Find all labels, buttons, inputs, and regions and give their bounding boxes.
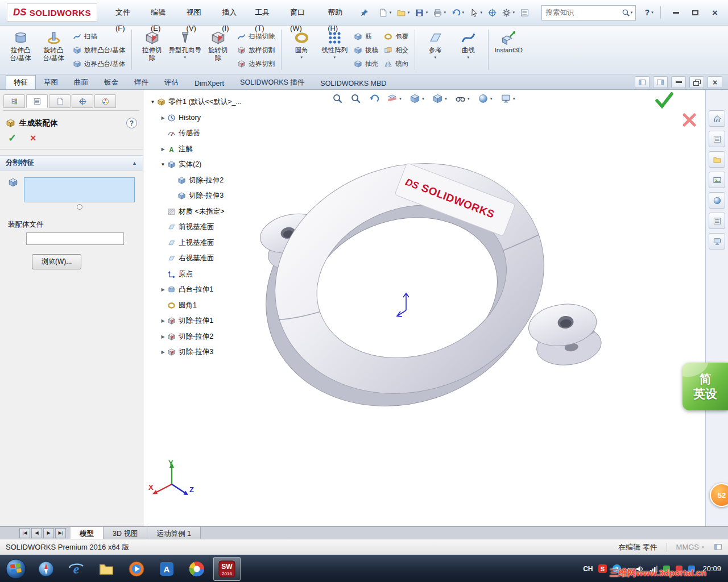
taskbar-solidworks-button[interactable]: SW 2016 (213, 557, 241, 581)
language-indicator[interactable]: CH (583, 565, 593, 573)
tree-item[interactable]: 右视基准面 (148, 251, 262, 267)
assembly-file-input[interactable] (26, 232, 124, 245)
menu-item[interactable]: 编辑(E) (145, 5, 181, 20)
tree-expander-icon[interactable]: ▶ (159, 115, 167, 120)
configuration-manager-tab[interactable] (49, 94, 71, 108)
menu-item[interactable]: 工具(T) (249, 5, 284, 20)
mirror-button[interactable]: 镜向 (382, 59, 410, 69)
view-palette-button[interactable] (709, 172, 725, 188)
taskbar-browser-button[interactable] (32, 557, 60, 581)
close-button[interactable]: × (706, 6, 723, 19)
instant3d-button[interactable]: Instant3D (492, 27, 525, 72)
doc-tab[interactable]: 3D 视图 (104, 527, 147, 539)
tree-item[interactable]: 上视基准面 (148, 235, 262, 251)
tab-scroll-prev-button[interactable]: ◀ (31, 528, 42, 538)
tree-item[interactable]: 材质 <未指定> (148, 204, 262, 220)
tree-item[interactable]: 原点 (148, 267, 262, 282)
sogou-tray-icon[interactable]: S (598, 564, 607, 573)
curves-button[interactable]: 曲线▼ (452, 27, 485, 72)
doc-tab[interactable]: 运动算例 1 (147, 527, 200, 539)
revolve-button[interactable]: 旋转凸 台/基体 (37, 27, 70, 72)
doc-close-button[interactable]: × (708, 76, 722, 88)
search-caret-icon[interactable]: ▼ (630, 11, 634, 14)
shell-button[interactable]: 抽壳 (352, 59, 380, 69)
pin-menu-button[interactable] (360, 9, 369, 17)
tree-item[interactable]: ▶凸台-拉伸1 (148, 282, 262, 298)
save-button[interactable]: ▼ (413, 6, 430, 19)
collapse-chevron-icon[interactable]: ▲ (132, 160, 137, 166)
command-tab[interactable]: 草图 (36, 75, 66, 89)
menu-item[interactable]: 视图(V) (181, 5, 217, 20)
menu-item[interactable]: 帮助(H) (322, 5, 358, 20)
options-button[interactable]: ▼ (500, 6, 517, 19)
feature-manager-tab[interactable] (3, 94, 25, 108)
file-explorer-button[interactable] (709, 151, 725, 168)
split-feature-group-header[interactable]: 分割特征 ▲ (0, 155, 143, 171)
property-manager-tab[interactable] (26, 94, 48, 108)
hole-wizard-button[interactable]: 异型孔向导▼ (168, 27, 201, 72)
tree-item[interactable]: 切除-拉伸3 (148, 188, 262, 204)
command-tab[interactable]: 焊件 (126, 75, 156, 89)
taskbar-ie-button[interactable]: e (63, 557, 90, 581)
graphics-viewport[interactable]: DS SOLIDWORKS ▼零件1 (默认<<默认>_...▶History传… (143, 90, 705, 526)
tree-item[interactable]: ▶切除-拉伸1 (148, 313, 262, 329)
lofted-cut-button[interactable]: 放样切割 (235, 45, 276, 55)
tree-item[interactable]: ▼零件1 (默认<<默认>_... (148, 94, 262, 110)
tree-item[interactable]: 圆角1 (148, 298, 262, 314)
new-document-button[interactable]: ▼ (377, 6, 394, 19)
rib-button[interactable]: 筋 (352, 32, 380, 41)
taskbar-explorer-button[interactable] (93, 557, 120, 581)
reference-geometry-button[interactable]: 参考▼ (419, 27, 452, 72)
tree-expander-icon[interactable]: ▶ (159, 318, 167, 323)
browse-button[interactable]: 浏览(W)... (32, 254, 81, 269)
home-button[interactable] (709, 110, 725, 127)
pm-help-button[interactable]: ? (126, 118, 137, 128)
confirm-ok-button[interactable] (654, 92, 675, 110)
command-tab[interactable]: DimXpert (187, 77, 232, 89)
custom-properties-button[interactable] (709, 213, 725, 229)
tree-expander-icon[interactable]: ▼ (149, 99, 156, 105)
tree-item[interactable]: ▶History (148, 110, 262, 126)
tab-scroll-last-button[interactable]: ▶| (55, 528, 66, 538)
maximize-button[interactable] (687, 6, 704, 19)
wrap-button[interactable]: 包覆 (382, 32, 410, 41)
selection-box-handle[interactable] (77, 204, 82, 210)
tree-item[interactable]: ▶切除-拉伸3 (148, 344, 262, 360)
zoom-area-button[interactable] (349, 92, 362, 105)
command-tab[interactable]: 曲面 (66, 75, 96, 89)
tab-scroll-next-button[interactable]: ▶ (43, 528, 54, 538)
search-icon[interactable] (622, 9, 630, 17)
boundary-button[interactable]: 边界凸台/基体 (71, 59, 127, 69)
command-tab[interactable]: 评估 (156, 75, 187, 89)
taskbar-reader-button[interactable]: A (153, 557, 180, 581)
search-input[interactable] (544, 8, 621, 17)
units-selector[interactable]: MMGS ▼ (676, 543, 705, 551)
appearances-button[interactable]: ▼ (477, 92, 494, 105)
command-tab[interactable]: SOLIDWORKS 插件 (232, 75, 312, 89)
tab-scroll-first-button[interactable]: |◀ (19, 528, 30, 538)
dimxpert-manager-tab[interactable] (72, 94, 93, 108)
tree-expander-icon[interactable]: ▶ (159, 287, 167, 292)
tree-item[interactable]: ▶注解 (148, 142, 262, 157)
boss-extrude-button[interactable]: 拉伸凸 台/基体 (4, 27, 37, 72)
tree-item[interactable]: ▼实体(2) (148, 157, 262, 173)
menu-item[interactable]: 窗口(W) (284, 5, 322, 20)
minimize-button[interactable] (668, 6, 685, 19)
confirm-cancel-button[interactable] (681, 112, 697, 130)
doc-restore-button[interactable] (689, 76, 704, 88)
menu-item[interactable]: 文件(F) (110, 5, 145, 20)
select-button[interactable]: ▼ (468, 6, 485, 19)
undo-button[interactable]: ▼ (449, 6, 466, 19)
display-manager-tab[interactable] (94, 94, 116, 108)
loft-button[interactable]: 放样凸台/基体 (71, 45, 127, 55)
section-view-button[interactable]: ▼ (386, 92, 403, 105)
tree-item[interactable]: 传感器 (148, 126, 262, 142)
command-tab[interactable]: 钣金 (96, 75, 126, 89)
tree-expander-icon[interactable]: ▶ (159, 350, 167, 355)
translate-popup-badge[interactable]: 简 英设 (682, 363, 728, 410)
display-style-button[interactable]: ▼ (431, 92, 449, 105)
rebuild-button[interactable] (486, 6, 499, 19)
design-library-button[interactable] (709, 131, 725, 147)
zoom-fit-button[interactable] (331, 92, 344, 105)
revolved-cut-button[interactable]: 旋转切 除 (201, 27, 234, 72)
